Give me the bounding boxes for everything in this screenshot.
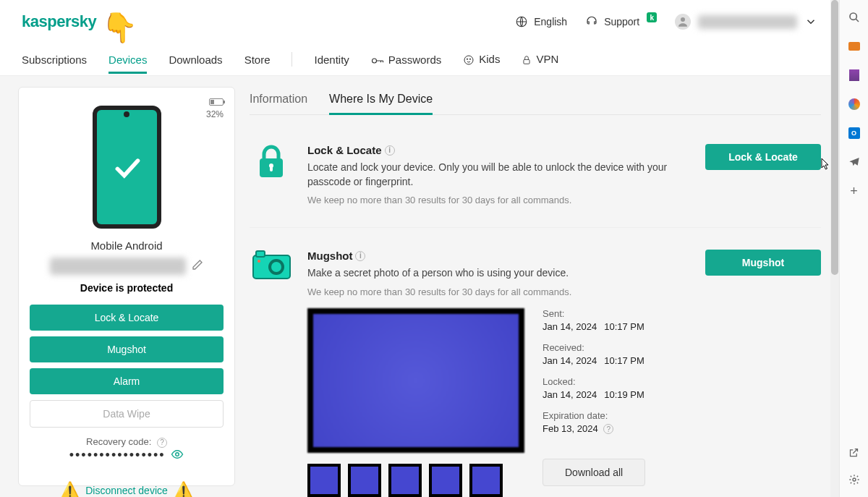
warning-icon: ⚠️ (174, 481, 193, 498)
svg-point-15 (258, 260, 260, 263)
svg-rect-12 (256, 251, 265, 257)
brand-logo[interactable]: kaspersky (22, 12, 96, 31)
mugshot-action-button[interactable]: Mugshot (705, 250, 821, 276)
user-menu[interactable]: xxxxxxxxx@xxxxx.xx (675, 14, 817, 30)
svg-point-1 (681, 17, 685, 22)
sent-time: 10:17 PM (604, 321, 644, 332)
device-illustration (93, 106, 161, 229)
disconnect-label: Disconnect device (85, 485, 168, 496)
nav-subscriptions[interactable]: Subscriptions (22, 46, 87, 73)
mugshot-metadata: Sent: Jan 14, 202410:17 PM Received: Jan… (542, 308, 691, 497)
language-selector[interactable]: English (515, 15, 567, 28)
feature-lock-locate: Lock & Locatei Locate and lock your devi… (250, 133, 821, 228)
received-label: Received: (542, 342, 691, 353)
scrollbar-thumb[interactable] (831, 0, 838, 275)
expiration-date: Feb 13, 2024 (542, 423, 598, 434)
feature-mugshot: Mugshoti Make a secret photo of a person… (250, 239, 821, 497)
recovery-label: Recovery code: (86, 436, 151, 447)
globe-icon (515, 15, 528, 28)
expiration-label: Expiration date: (542, 410, 691, 421)
nav-devices[interactable]: Devices (109, 46, 147, 73)
disconnect-device-link[interactable]: ⚠️ Disconnect device ⚠️ (30, 481, 224, 498)
reveal-icon[interactable] (171, 451, 184, 462)
mugshot-result: Sent: Jan 14, 202410:17 PM Received: Jan… (307, 308, 691, 497)
mouse-cursor-icon (821, 158, 831, 174)
alarm-button[interactable]: Alarm (30, 368, 224, 394)
help-icon[interactable]: ? (603, 424, 613, 434)
svg-point-2 (372, 59, 376, 63)
battery-percent: 32% (206, 109, 224, 119)
svg-point-4 (467, 59, 468, 59)
mugshot-photo-main[interactable] (307, 308, 524, 453)
device-model-row: XXXXX XXXX XXXX (30, 258, 224, 275)
settings-icon[interactable] (848, 473, 861, 486)
svg-point-3 (464, 56, 473, 64)
help-icon[interactable]: i (385, 145, 395, 156)
main-nav: Subscriptions Devices Downloads Store Id… (0, 43, 839, 76)
outlook-icon[interactable]: O (848, 127, 861, 140)
nav-vpn[interactable]: VPN (522, 46, 558, 73)
help-icon[interactable]: i (355, 251, 365, 261)
lock-feature-icon (250, 144, 293, 205)
help-icon[interactable]: ? (157, 438, 167, 448)
device-model: XXXXX XXXX XXXX (50, 258, 186, 275)
mugshot-thumb[interactable] (388, 464, 422, 497)
locked-time: 10:19 PM (604, 389, 644, 400)
nav-identity[interactable]: Identity (314, 46, 349, 73)
external-link-icon[interactable] (848, 446, 861, 459)
battery-indicator: 32% (206, 98, 224, 119)
data-wipe-button[interactable]: Data Wipe (30, 400, 224, 428)
download-all-button[interactable]: Download all (542, 459, 645, 486)
search-icon[interactable] (848, 11, 861, 24)
browser-sidebar: O + (839, 0, 868, 497)
nav-kids[interactable]: Kids (463, 46, 500, 73)
device-status: Device is protected (30, 282, 224, 294)
mugshot-thumb[interactable] (348, 464, 381, 497)
lock-locate-action-button[interactable]: Lock & Locate (705, 144, 821, 170)
mugshot-button[interactable]: Mugshot (30, 336, 224, 362)
telegram-icon[interactable] (848, 156, 861, 169)
device-card: 32% Mobile Android XXXXX XXXX XXXX Devic… (18, 87, 235, 486)
toolbox-icon[interactable] (848, 40, 861, 53)
battery-icon (209, 98, 224, 106)
support-badge-icon: k (647, 12, 657, 22)
lock-locate-button[interactable]: Lock & Locate (30, 305, 224, 331)
sent-label: Sent: (542, 308, 691, 319)
tutorial-pointer-icon: 👆 (101, 11, 137, 45)
edit-icon[interactable] (192, 259, 203, 273)
nav-store[interactable]: Store (244, 46, 271, 73)
tab-information[interactable]: Information (250, 87, 307, 114)
mugshot-feature-note: We keep no more than 30 results for 30 d… (307, 286, 691, 297)
device-name: Mobile Android (30, 239, 224, 252)
mugshot-thumb[interactable] (307, 464, 341, 497)
received-time: 10:17 PM (604, 355, 644, 366)
extension-icon[interactable] (848, 69, 861, 82)
add-icon[interactable]: + (848, 184, 861, 197)
svg-point-5 (470, 59, 471, 59)
support-link[interactable]: Support k (585, 15, 657, 28)
language-label: English (534, 16, 567, 27)
mugshot-feature-title: Mugshot (307, 250, 352, 262)
detail-pane: Information Where Is My Device Lock & Lo… (250, 87, 821, 486)
svg-rect-6 (524, 59, 529, 64)
mugshot-thumbnails (307, 464, 524, 497)
mugshot-feature-desc: Make a secret photo of a person who is u… (307, 266, 691, 281)
nav-passwords[interactable]: Passwords (371, 46, 441, 73)
lock-feature-title: Lock & Locate (307, 144, 382, 156)
scrollbar[interactable] (830, 0, 839, 497)
avatar-icon (675, 14, 691, 30)
mugshot-thumb[interactable] (469, 464, 503, 497)
sent-date: Jan 14, 2024 (542, 321, 597, 332)
copilot-icon[interactable] (848, 98, 861, 111)
tab-where-is-device[interactable]: Where Is My Device (329, 87, 433, 114)
lock-feature-note: We keep no more than 30 results for 30 d… (307, 195, 691, 205)
detail-tabs: Information Where Is My Device (250, 87, 821, 115)
support-label: Support (604, 16, 639, 27)
mugshot-thumb[interactable] (429, 464, 462, 497)
nav-downloads[interactable]: Downloads (169, 46, 222, 73)
locked-date: Jan 14, 2024 (542, 389, 597, 400)
svg-point-17 (853, 478, 856, 481)
key-icon (371, 56, 384, 65)
content-area: 32% Mobile Android XXXXX XXXX XXXX Devic… (0, 76, 839, 497)
headset-icon (585, 15, 598, 28)
